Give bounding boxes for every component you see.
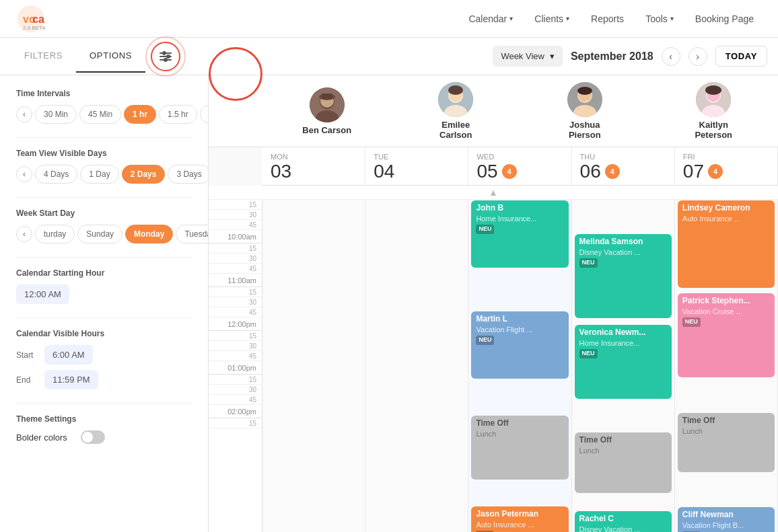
time-slot-major: 11:00am — [209, 274, 262, 287]
time-prev-button[interactable]: ‹ — [16, 106, 32, 122]
event-melinda-samson[interactable]: Melinda Samson Disney Vacation ... NEU — [575, 234, 672, 318]
days-header: Mon 03 Tue 04 Wed 05 4 Thu 06 4 Fri 07 4 — [262, 147, 778, 186]
tab-filters[interactable]: FILTERS — [11, 40, 76, 73]
fri-badge: 4 — [708, 164, 723, 179]
sidebar: Time Intervals ‹ 30 Min 45 Min 1 hr 1.5 … — [0, 75, 209, 532]
cal-start-label: Calendar Starting Hour — [16, 268, 192, 278]
day-col-tue — [365, 200, 468, 532]
event-badge: NEU — [579, 258, 598, 268]
toggle-knob — [82, 432, 93, 443]
time-slot: 15 — [209, 200, 262, 210]
pill-saturday[interactable]: turday — [35, 225, 75, 243]
toolbar: FILTERS OPTIONS Week View ▾ September 20… — [0, 38, 778, 75]
divider — [16, 257, 192, 258]
pill-3days[interactable]: 3 Days — [168, 165, 209, 184]
chevron-down-icon: ▾ — [509, 15, 513, 22]
time-slot: 15 — [209, 418, 262, 428]
end-row: End 11:59 PM — [16, 370, 192, 389]
sliders-button[interactable] — [151, 42, 180, 71]
week-prev-button[interactable]: ‹ — [16, 226, 32, 242]
pill-1day[interactable]: 1 Day — [80, 165, 118, 184]
svg-text:2.0 BETA: 2.0 BETA — [23, 25, 46, 31]
day-header-wed: Wed 05 4 — [468, 147, 571, 185]
pill-2[interactable]: 2 — [200, 105, 209, 124]
day-header-mon: Mon 03 — [262, 147, 365, 185]
event-badge: NEU — [476, 225, 494, 234]
staff-name-joshua-pierson: JoshuaPierson — [569, 120, 601, 140]
nav-booking[interactable]: Booking Page — [687, 9, 762, 28]
tab-options[interactable]: OPTIONS — [76, 40, 145, 73]
time-slot: 15 — [209, 287, 262, 297]
toolbar-left: FILTERS OPTIONS — [11, 40, 180, 73]
event-veronica-newman[interactable]: Veronica Newm... Home Insurance... NEU — [575, 325, 672, 399]
bolder-toggle[interactable] — [81, 430, 105, 444]
event-jason-peterman[interactable]: Jason Peterman Auto Insurance ... NEU — [471, 506, 568, 532]
time-intervals-section: Time Intervals ‹ 30 Min 45 Min 1 hr 1.5 … — [16, 89, 192, 124]
thu-events: Melinda Samson Disney Vacation ... NEU V… — [572, 200, 674, 532]
nav-calendar[interactable]: Calendar ▾ — [460, 9, 521, 28]
event-lindsey-cameron[interactable]: Lindsey Cameron Auto Insurance ... — [678, 200, 775, 288]
svg-point-24 — [705, 85, 721, 95]
divider — [16, 403, 192, 404]
pill-tuesday[interactable]: Tuesday — [176, 225, 209, 243]
time-slot: 15 — [209, 331, 262, 341]
time-slot: 45 — [209, 351, 262, 361]
scroll-indicator[interactable]: ▲ — [209, 186, 778, 200]
pill-sunday[interactable]: Sunday — [77, 225, 122, 243]
day-col-fri: Lindsey Cameron Auto Insurance ... Patri… — [675, 200, 778, 532]
thu-badge: 4 — [605, 164, 620, 179]
staff-name-emilee-carlson: EmileeCarlson — [439, 120, 472, 140]
pill-1hr[interactable]: 1 hr — [124, 105, 156, 124]
top-nav: vo ca 2.0 BETA Calendar ▾ Clients ▾ Repo… — [0, 0, 778, 38]
event-time-off-lunch-fri[interactable]: Time Off Lunch — [678, 413, 775, 472]
logo: vo ca 2.0 BETA — [16, 4, 46, 34]
event-badge: NEU — [682, 317, 701, 327]
day-columns: John B Home Insurance... NEU Martin L Va… — [262, 200, 778, 532]
theme-label: Theme Settings — [16, 414, 192, 424]
day-col-wed: John B Home Insurance... NEU Martin L Va… — [468, 200, 571, 532]
time-slot: 30 — [209, 210, 262, 220]
cal-start-input[interactable]: 12:00 AM — [16, 284, 69, 304]
prev-month-button[interactable]: ‹ — [662, 47, 680, 66]
nav-clients[interactable]: Clients ▾ — [526, 9, 577, 28]
nav-tools[interactable]: Tools ▾ — [637, 9, 682, 28]
staff-header: Ben Carson EmileeCarlson — [209, 75, 778, 147]
avatar-kaitlyn-peterson — [696, 82, 731, 117]
day-col-thu: Melinda Samson Disney Vacation ... NEU V… — [572, 200, 675, 532]
end-time-input[interactable]: 11:59 PM — [44, 370, 98, 389]
time-column: 15 30 45 10:00am 15 30 45 11:00am 15 30 … — [209, 200, 262, 532]
day-header-tue: Tue 04 — [365, 147, 468, 185]
event-time-off-lunch-thu[interactable]: Time Off Lunch — [575, 432, 672, 493]
pill-30min[interactable]: 30 Min — [35, 105, 77, 124]
event-time-off-lunch-wed[interactable]: Time Off Lunch — [471, 416, 568, 480]
chevron-down-icon: ▾ — [550, 51, 555, 61]
nav-reports[interactable]: Reports — [583, 9, 632, 28]
start-label: Start — [16, 350, 39, 360]
chevron-down-icon: ▾ — [566, 15, 569, 22]
pill-45min[interactable]: 45 Min — [79, 105, 121, 124]
time-slot: 30 — [209, 297, 262, 307]
pill-2days[interactable]: 2 Days — [122, 165, 166, 184]
start-time-input[interactable]: 6:00 AM — [44, 345, 93, 365]
team-days-label: Team View Visible Days — [16, 149, 192, 158]
event-patrick-stephen[interactable]: Patrick Stephen... Vacation Cruise ... N… — [678, 293, 775, 377]
days-prev-button[interactable]: ‹ — [16, 166, 32, 182]
staff-name-ben-carson: Ben Carson — [302, 125, 351, 135]
pill-15hr[interactable]: 1.5 hr — [159, 105, 197, 124]
event-rachel-c[interactable]: Rachel C Disney Vacation ... NEU — [575, 511, 672, 532]
next-month-button[interactable]: › — [688, 47, 707, 66]
time-slot: 30 — [209, 341, 262, 351]
event-martin-l[interactable]: Martin L Vacation Flight ... NEU — [471, 311, 568, 379]
main: Time Intervals ‹ 30 Min 45 Min 1 hr 1.5 … — [0, 75, 778, 532]
pill-4days[interactable]: 4 Days — [35, 165, 77, 184]
mon-events — [262, 200, 365, 532]
pill-monday[interactable]: Monday — [125, 225, 173, 243]
event-cliff-newman[interactable]: Cliff Newman Vacation Flight B... NEU — [678, 507, 775, 532]
view-select[interactable]: Week View ▾ — [493, 46, 563, 67]
team-days-section: Team View Visible Days ‹ 4 Days 1 Day 2 … — [16, 149, 192, 184]
time-slot: 45 — [209, 307, 262, 317]
event-john-b[interactable]: John B Home Insurance... NEU — [471, 200, 568, 268]
cal-visible-label: Calendar Visible Hours — [16, 329, 192, 338]
today-button[interactable]: TODAY — [715, 46, 767, 67]
staff-emilee-carlson: EmileeCarlson — [392, 82, 521, 140]
